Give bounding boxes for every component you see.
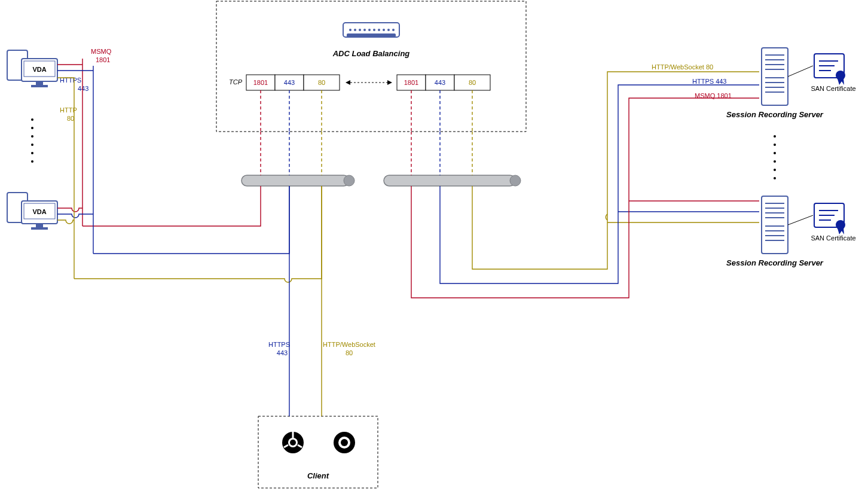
svg-rect-28 bbox=[242, 175, 349, 186]
svg-rect-72 bbox=[762, 48, 788, 105]
chrome-icon bbox=[282, 432, 304, 453]
svg-rect-30 bbox=[384, 175, 515, 186]
svg-point-10 bbox=[383, 29, 385, 31]
svg-point-9 bbox=[378, 29, 380, 31]
port-1801-left: 1801 bbox=[253, 79, 268, 86]
svg-point-48 bbox=[31, 118, 33, 121]
svg-point-3 bbox=[349, 29, 352, 31]
svg-point-90 bbox=[774, 135, 776, 138]
svg-text:MSMQ: MSMQ bbox=[91, 48, 112, 55]
vda-ellipsis-icon bbox=[31, 118, 33, 163]
vda-computer-1: VDA bbox=[7, 50, 57, 87]
adc-container: ADC Load Balancing TCP 1801 443 80 1801 … bbox=[216, 1, 526, 132]
firefox-icon bbox=[334, 432, 355, 453]
session-recording-server-2: Session Recording Server bbox=[726, 196, 824, 267]
svg-line-107 bbox=[788, 215, 813, 225]
pipe-right-icon bbox=[384, 175, 521, 186]
svg-point-93 bbox=[774, 160, 776, 163]
svg-rect-0 bbox=[216, 1, 526, 132]
svg-rect-46 bbox=[31, 227, 48, 230]
cert-1-label: SAN Certificate bbox=[811, 85, 855, 92]
svg-point-52 bbox=[31, 152, 33, 154]
svg-point-4 bbox=[354, 29, 356, 31]
svg-text:443: 443 bbox=[78, 85, 88, 92]
client-title: Client bbox=[307, 471, 329, 480]
svg-text:80: 80 bbox=[67, 115, 74, 122]
svg-text:HTTP/WebSocket 80: HTTP/WebSocket 80 bbox=[652, 63, 713, 71]
port-80-left: 80 bbox=[318, 79, 325, 86]
svg-point-63 bbox=[290, 440, 296, 446]
svg-point-31 bbox=[510, 175, 521, 186]
vda-2-label: VDA bbox=[32, 208, 46, 215]
svg-point-49 bbox=[31, 127, 33, 129]
san-certificate-1: SAN Certificate bbox=[788, 54, 856, 92]
client-https-2: 443 bbox=[277, 349, 288, 356]
svg-point-7 bbox=[368, 29, 371, 31]
svg-point-11 bbox=[387, 29, 390, 31]
svg-point-8 bbox=[373, 29, 375, 31]
svg-point-29 bbox=[344, 175, 354, 186]
svg-point-51 bbox=[31, 144, 33, 146]
svg-rect-41 bbox=[31, 85, 48, 87]
port-1801-right: 1801 bbox=[404, 79, 418, 86]
svg-point-92 bbox=[774, 152, 776, 154]
port-443-left: 443 bbox=[284, 79, 295, 86]
svg-text:1801: 1801 bbox=[96, 56, 110, 63]
port-80-right: 80 bbox=[469, 79, 476, 86]
svg-rect-45 bbox=[36, 224, 43, 227]
client-https-1: HTTPS bbox=[268, 341, 290, 348]
server-ellipsis-icon bbox=[774, 135, 776, 179]
client-container: Client bbox=[258, 416, 378, 488]
client-http-2: 80 bbox=[346, 349, 353, 356]
svg-rect-40 bbox=[36, 81, 43, 85]
server-2-label: Session Recording Server bbox=[726, 258, 824, 267]
svg-rect-81 bbox=[762, 196, 788, 254]
adc-device-icon bbox=[343, 23, 399, 37]
svg-point-95 bbox=[774, 177, 776, 179]
svg-point-66 bbox=[341, 439, 348, 446]
svg-point-91 bbox=[774, 144, 776, 146]
cert-2-label: SAN Certificate bbox=[811, 234, 855, 242]
svg-text:HTTPS  443: HTTPS 443 bbox=[692, 78, 726, 85]
left-protocol-labels: MSMQ 1801 HTTPS 443 HTTP 80 bbox=[60, 48, 112, 122]
session-recording-server-1: Session Recording Server bbox=[726, 48, 824, 119]
server-1-label: Session Recording Server bbox=[726, 110, 824, 119]
svg-line-101 bbox=[788, 66, 813, 77]
vda-1-label: VDA bbox=[32, 66, 46, 73]
svg-point-94 bbox=[774, 169, 776, 171]
right-protocol-labels: HTTP/WebSocket 80 HTTPS 443 MSMQ 1801 bbox=[652, 63, 732, 99]
vda-computer-2: VDA bbox=[7, 193, 57, 230]
svg-point-5 bbox=[359, 29, 361, 31]
pipe-left-icon bbox=[242, 175, 354, 186]
client-http-1: HTTP/WebSocket bbox=[323, 341, 375, 348]
client-routing: HTTPS 443 HTTP/WebSocket 80 bbox=[268, 186, 375, 416]
port-443-right: 443 bbox=[435, 79, 445, 86]
svg-point-53 bbox=[31, 160, 33, 163]
port-group-left: 1801 443 80 bbox=[246, 75, 340, 90]
port-group-right: 1801 443 80 bbox=[397, 75, 490, 90]
svg-text:MSMQ  1801: MSMQ 1801 bbox=[695, 92, 732, 99]
svg-point-6 bbox=[363, 29, 366, 31]
svg-rect-2 bbox=[347, 33, 396, 37]
tcp-label-left: TCP bbox=[229, 78, 243, 86]
san-certificate-2: SAN Certificate bbox=[788, 203, 856, 242]
svg-point-12 bbox=[392, 29, 395, 31]
adc-title: ADC Load Balancing bbox=[332, 49, 410, 58]
svg-point-50 bbox=[31, 135, 33, 138]
